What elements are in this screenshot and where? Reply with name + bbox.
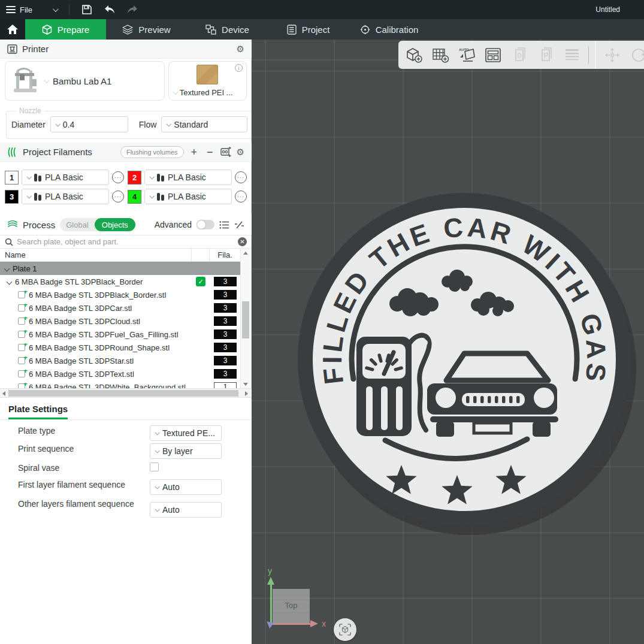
flushing-volumes-button[interactable]: Flushing volumes: [120, 146, 184, 158]
scope-objects-option[interactable]: Objects: [95, 218, 135, 231]
filament-4-swatch[interactable]: 4: [128, 190, 141, 204]
remove-filament-button[interactable]: −: [204, 147, 216, 158]
spiral-vase-row: Spiral vase: [18, 462, 246, 473]
filament-badge[interactable]: 3: [214, 277, 237, 286]
badge-model[interactable]: FILLED THE CAR WITH GAS: [252, 40, 644, 644]
print-sequence-select[interactable]: By layer: [150, 443, 222, 459]
filament-3-more-button[interactable]: ···: [112, 191, 124, 202]
tree-row-part[interactable]: + 6 MBA Badge STL 3DPCar.stl 3: [0, 301, 241, 315]
filament-badge[interactable]: 3: [214, 356, 237, 365]
split-to-objects-button[interactable]: 0: [507, 43, 531, 67]
scrollbar-thumb[interactable]: [8, 390, 238, 397]
filament-4-more-button[interactable]: ···: [235, 191, 247, 202]
filament-2-more-button[interactable]: ···: [235, 171, 247, 183]
orientation-gizmo[interactable]: Top y x: [264, 570, 341, 636]
filament-badge[interactable]: 3: [214, 316, 237, 326]
scroll-right-arrow[interactable]: [243, 389, 250, 398]
variable-layer-height-button[interactable]: [560, 43, 583, 67]
filament-badge[interactable]: 3: [214, 303, 237, 313]
scrollbar-thumb[interactable]: [242, 301, 249, 338]
printer-name: Bambu Lab A1: [53, 76, 111, 86]
spiral-vase-checkbox[interactable]: [150, 462, 159, 471]
tab-prepare[interactable]: Prepare: [25, 19, 106, 40]
filament-badge[interactable]: 3: [214, 369, 237, 379]
add-plate-button[interactable]: [428, 43, 452, 67]
filament-1-swatch[interactable]: 1: [5, 171, 19, 185]
part-icon: +: [18, 370, 25, 377]
nozzle-diameter-select[interactable]: 0.4: [50, 116, 128, 132]
move-tool-button[interactable]: [600, 43, 624, 67]
filament-2-swatch[interactable]: 2: [128, 171, 141, 185]
scope-global-option[interactable]: Global: [60, 220, 95, 229]
auto-orient-button[interactable]: AUTO: [455, 43, 478, 67]
view-cube-button[interactable]: [334, 618, 356, 641]
flow-label: Flow: [139, 120, 157, 129]
filament-1-more-button[interactable]: ···: [112, 171, 124, 183]
scroll-down-arrow[interactable]: [241, 380, 250, 388]
tab-preview[interactable]: Preview: [106, 19, 187, 40]
ams-sync-icon[interactable]: [220, 147, 232, 157]
filament-2-select[interactable]: PLA Basic: [144, 170, 232, 185]
tree-row-object[interactable]: 6 MBA Badge STL 3DPBlack_Border ✓ 3: [0, 275, 241, 288]
save-button[interactable]: [75, 0, 98, 19]
collapse-icon[interactable]: [7, 279, 13, 285]
part-name: 6 MBA Badge STL 3DPStar.stl: [29, 356, 134, 365]
plate-type-select[interactable]: Textured PE...: [150, 425, 222, 441]
filament-badge[interactable]: 3: [214, 343, 237, 352]
add-object-button[interactable]: [402, 43, 425, 67]
tree-row-part[interactable]: + 6 MBA Badge STL 3DPCloud.stl 3: [0, 315, 241, 328]
plate-settings-tab[interactable]: Plate Settings: [8, 404, 68, 419]
other-layers-sequence-select[interactable]: Auto: [150, 502, 222, 518]
scroll-left-arrow[interactable]: [0, 389, 8, 398]
gizmo-top-face[interactable]: Top: [273, 589, 310, 624]
filament-3-select[interactable]: PLA Basic: [22, 189, 109, 204]
tab-project[interactable]: Project: [268, 19, 349, 40]
file-menu[interactable]: File: [0, 0, 38, 19]
object-visible-checkbox[interactable]: ✓: [196, 277, 205, 286]
printer-select[interactable]: Bambu Lab A1: [5, 61, 165, 101]
tab-home[interactable]: [0, 19, 25, 40]
filament-4-select[interactable]: PLA Basic: [144, 189, 232, 204]
split-parts-icon: P: [537, 47, 554, 64]
filament-3-swatch[interactable]: 3: [5, 190, 19, 204]
printer-settings-gear-icon[interactable]: ⚙: [237, 44, 244, 53]
tab-device[interactable]: Device: [187, 19, 268, 40]
tree-row-part[interactable]: + 6 MBA Badge STL 3DPStar.stl 3: [0, 354, 241, 367]
expert-mode-icon[interactable]: [234, 220, 244, 229]
add-filament-button[interactable]: +: [189, 147, 200, 158]
tab-calibration[interactable]: Calibration: [349, 19, 430, 40]
tree-row-part[interactable]: + 6 MBA Badge STL 3DPRound_Shape.stl 3: [0, 341, 241, 354]
redo-button[interactable]: [121, 0, 144, 19]
arrange-button[interactable]: [481, 43, 504, 67]
tree-horizontal-scrollbar[interactable]: [0, 388, 252, 398]
advanced-toggle[interactable]: [196, 220, 214, 229]
tree-row-part[interactable]: + 6 MBA Badge STL 3DPBlack_Border.stl 3: [0, 288, 241, 301]
collapse-icon[interactable]: [4, 265, 10, 271]
chevron-down-icon: [167, 122, 171, 126]
tree-row-part[interactable]: + 6 MBA Badge STL 3DPFuel_Gas_Filling.st…: [0, 328, 241, 341]
filament-settings-gear-icon[interactable]: ⚙: [237, 147, 244, 156]
undo-button[interactable]: [98, 0, 121, 19]
scroll-up-arrow[interactable]: [241, 249, 250, 257]
search-input[interactable]: [17, 237, 234, 246]
split-to-parts-button[interactable]: P: [534, 43, 557, 67]
rotate-tool-button[interactable]: [627, 43, 644, 67]
tree-row-plate[interactable]: Plate 1: [0, 262, 241, 275]
search-clear-icon[interactable]: ✕: [238, 237, 247, 246]
chevron-down-icon: [26, 193, 31, 198]
filament-badge[interactable]: 3: [214, 290, 237, 300]
tree-row-part[interactable]: + 6 MBA Badge STL 3DPWhite_Background.st…: [0, 380, 241, 388]
first-layer-sequence-select[interactable]: Auto: [150, 479, 222, 495]
param-list-icon[interactable]: [219, 220, 229, 229]
filament-badge[interactable]: 3: [214, 329, 237, 339]
flow-select[interactable]: Standard: [161, 116, 247, 132]
info-icon[interactable]: i: [235, 64, 243, 72]
tree-vertical-scrollbar[interactable]: [240, 249, 250, 388]
file-menu-expand[interactable]: [38, 0, 63, 19]
filaments-section-title: Project Filaments: [23, 147, 92, 157]
filament-badge[interactable]: 1: [214, 382, 237, 388]
plate-select[interactable]: i Textured PEI ...: [168, 61, 247, 101]
tree-row-part[interactable]: + 6 MBA Badge STL 3DPText.stl 3: [0, 367, 241, 380]
3d-viewport[interactable]: FILLED THE CAR WITH GAS: [252, 40, 644, 644]
filament-1-select[interactable]: PLA Basic: [22, 170, 109, 185]
